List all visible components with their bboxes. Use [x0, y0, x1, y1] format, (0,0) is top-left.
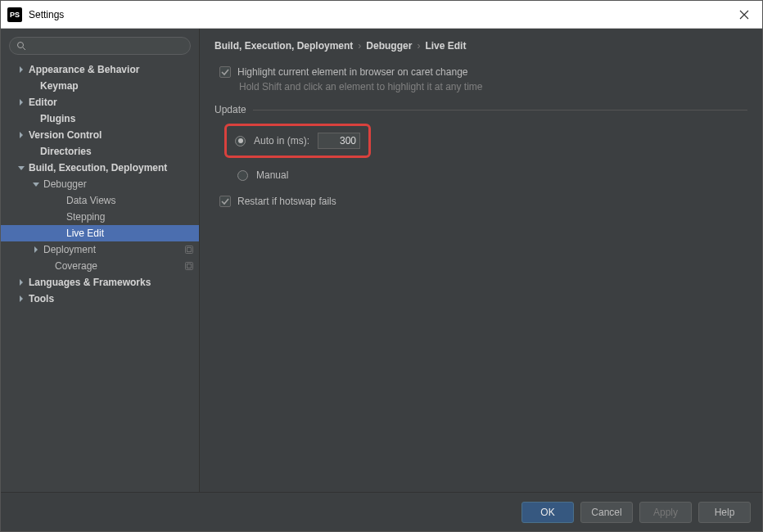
checkbox-checked-icon[interactable]	[219, 66, 231, 78]
dialog-body: Appearance & BehaviorKeymapEditorPlugins…	[1, 29, 762, 492]
close-button[interactable]	[733, 3, 756, 26]
tree-item-label: Directories	[40, 146, 92, 157]
svg-rect-2	[187, 248, 192, 252]
tree-item-label: Keymap	[40, 80, 79, 92]
chevron-right-icon[interactable]	[17, 65, 25, 74]
tree-item[interactable]: Languages & Frameworks	[1, 274, 199, 291]
scope-icon	[184, 261, 194, 271]
highlight-checkbox-row[interactable]: Highlight current element in browser on …	[219, 66, 747, 78]
tree-item-label: Debugger	[43, 178, 87, 190]
breadcrumb-part: Debugger	[366, 40, 412, 52]
tree-item[interactable]: Editor	[1, 94, 199, 110]
tree-item[interactable]: Live Edit	[1, 225, 199, 241]
tree-arrow-placeholder	[43, 262, 52, 270]
tree-arrow-placeholder	[29, 82, 37, 90]
tree-item-label: Deployment	[43, 244, 96, 255]
update-group: Update Auto in (ms): Manual	[214, 104, 747, 181]
tree-arrow-placeholder	[29, 147, 37, 156]
update-group-label: Update	[214, 104, 246, 115]
tree-item[interactable]: Appearance & Behavior	[1, 61, 199, 78]
tree-item-label: Build, Execution, Deployment	[29, 162, 167, 174]
titlebar: PS Settings	[1, 1, 762, 29]
tree-item[interactable]: Data Views	[1, 192, 199, 209]
auto-radio-label: Auto in (ms):	[254, 135, 309, 147]
tree-item-label: Editor	[29, 97, 57, 108]
chevron-right-icon[interactable]	[32, 246, 40, 254]
tree-item-label: Version Control	[29, 129, 102, 141]
content-body: Highlight current element in browser on …	[200, 60, 762, 492]
settings-dialog: PS Settings Appearance & BehaviorKeymapE…	[0, 0, 763, 532]
tree-arrow-placeholder	[55, 196, 63, 205]
chevron-down-icon[interactable]	[17, 164, 25, 172]
tree-item[interactable]: Plugins	[1, 110, 199, 127]
dialog-footer: OK Cancel Apply Help	[1, 492, 762, 531]
manual-radio[interactable]	[237, 170, 248, 181]
search-field[interactable]	[9, 37, 191, 55]
tree-item[interactable]: Stepping	[1, 209, 199, 225]
tree-item-label: Tools	[29, 293, 54, 304]
tree-item-label: Data Views	[66, 195, 115, 206]
tree-arrow-placeholder	[29, 115, 37, 123]
tree-item-label: Plugins	[40, 113, 75, 124]
window-title: Settings	[29, 9, 733, 20]
svg-rect-1	[186, 246, 193, 254]
ok-button[interactable]: OK	[521, 502, 574, 523]
app-icon: PS	[7, 7, 22, 22]
auto-radio[interactable]	[235, 136, 246, 147]
chevron-right-icon[interactable]	[17, 295, 25, 303]
search-input[interactable]	[29, 40, 183, 52]
tree-item[interactable]: Debugger	[1, 176, 199, 192]
tree-item-label: Live Edit	[66, 228, 104, 239]
tree-item[interactable]: Deployment	[1, 241, 199, 258]
tree-item[interactable]: Tools	[1, 291, 199, 307]
auto-ms-input[interactable]	[318, 133, 360, 149]
restart-checkbox-label: Restart if hotswap fails	[237, 196, 336, 207]
tree-item[interactable]: Keymap	[1, 78, 199, 94]
chevron-right-icon: ›	[358, 40, 361, 52]
svg-rect-4	[187, 264, 192, 268]
chevron-right-icon[interactable]	[17, 131, 25, 139]
search-icon	[16, 41, 26, 51]
breadcrumb: Build, Execution, Deployment › Debugger …	[200, 29, 762, 60]
tree-item-label: Languages & Frameworks	[29, 277, 151, 288]
tree-item[interactable]: Directories	[1, 143, 199, 160]
content-panel: Build, Execution, Deployment › Debugger …	[200, 29, 762, 492]
separator	[253, 110, 747, 110]
apply-button[interactable]: Apply	[639, 502, 692, 523]
restart-checkbox-row[interactable]: Restart if hotswap fails	[219, 196, 747, 207]
chevron-right-icon[interactable]	[17, 98, 25, 106]
auto-update-highlight: Auto in (ms):	[224, 124, 371, 158]
tree-arrow-placeholder	[55, 213, 63, 221]
breadcrumb-part: Build, Execution, Deployment	[214, 40, 353, 52]
checkbox-checked-icon[interactable]	[219, 196, 231, 207]
tree-arrow-placeholder	[55, 229, 63, 237]
tree-item-label: Appearance & Behavior	[29, 64, 139, 75]
chevron-right-icon: ›	[417, 40, 420, 52]
tree-item[interactable]: Build, Execution, Deployment	[1, 160, 199, 176]
cancel-button[interactable]: Cancel	[580, 502, 633, 523]
tree-item[interactable]: Version Control	[1, 127, 199, 143]
settings-tree[interactable]: Appearance & BehaviorKeymapEditorPlugins…	[1, 60, 199, 492]
highlight-checkbox-label: Highlight current element in browser on …	[237, 66, 467, 78]
tree-item-label: Coverage	[55, 260, 97, 272]
scope-icon	[184, 245, 194, 255]
tree-item-label: Stepping	[66, 211, 105, 223]
manual-radio-label: Manual	[256, 169, 288, 181]
sidebar: Appearance & BehaviorKeymapEditorPlugins…	[1, 29, 200, 492]
tree-item[interactable]: Coverage	[1, 258, 199, 274]
highlight-hint: Hold Shift and click an element to highl…	[239, 81, 747, 92]
svg-point-0	[18, 43, 24, 48]
help-button[interactable]: Help	[698, 502, 751, 523]
chevron-down-icon[interactable]	[32, 180, 40, 188]
chevron-right-icon[interactable]	[17, 278, 25, 286]
manual-radio-row[interactable]: Manual	[237, 169, 747, 181]
svg-rect-3	[186, 263, 193, 270]
breadcrumb-part: Live Edit	[425, 40, 466, 52]
close-icon	[739, 10, 749, 20]
